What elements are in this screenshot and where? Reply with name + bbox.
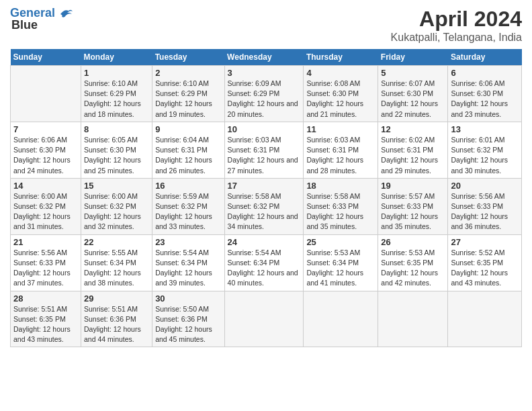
day-number: 26 (381, 237, 445, 247)
day-number: 6 (451, 68, 519, 78)
cell-content: Sunrise: 5:57 AMSunset: 6:33 PMDaylight:… (381, 191, 445, 232)
day-number: 29 (84, 293, 149, 304)
calendar-cell: 2Sunrise: 6:10 AMSunset: 6:29 PMDaylight… (152, 66, 224, 122)
cell-content: Sunrise: 5:50 AMSunset: 6:36 PMDaylight:… (155, 304, 221, 345)
cell-content: Sunrise: 5:56 AMSunset: 6:33 PMDaylight:… (13, 248, 78, 289)
calendar-cell (378, 291, 448, 347)
day-number: 7 (13, 124, 78, 134)
calendar-cell: 29Sunrise: 5:51 AMSunset: 6:36 PMDayligh… (81, 291, 152, 347)
calendar-cell: 14Sunrise: 6:00 AMSunset: 6:32 PMDayligh… (11, 178, 81, 234)
week-row-4: 21Sunrise: 5:56 AMSunset: 6:33 PMDayligh… (11, 234, 522, 291)
day-number: 2 (155, 68, 221, 78)
calendar-cell: 24Sunrise: 5:54 AMSunset: 6:34 PMDayligh… (224, 234, 304, 291)
header-row: SundayMondayTuesdayWednesdayThursdayFrid… (11, 49, 522, 66)
cell-content: Sunrise: 6:05 AMSunset: 6:30 PMDaylight:… (84, 135, 149, 176)
day-number: 11 (306, 124, 375, 134)
week-row-5: 28Sunrise: 5:51 AMSunset: 6:35 PMDayligh… (11, 291, 522, 347)
cell-content: Sunrise: 6:08 AMSunset: 6:30 PMDaylight:… (306, 79, 375, 120)
cell-content: Sunrise: 5:59 AMSunset: 6:32 PMDaylight:… (155, 191, 221, 232)
cell-content: Sunrise: 6:00 AMSunset: 6:32 PMDaylight:… (84, 191, 149, 232)
calendar-cell: 15Sunrise: 6:00 AMSunset: 6:32 PMDayligh… (81, 178, 152, 234)
logo-bird-icon (59, 7, 74, 19)
calendar-cell: 10Sunrise: 6:03 AMSunset: 6:31 PMDayligh… (224, 122, 304, 178)
calendar-cell: 21Sunrise: 5:56 AMSunset: 6:33 PMDayligh… (11, 234, 81, 291)
day-number: 24 (228, 237, 301, 247)
header-cell-sunday: Sunday (11, 49, 81, 66)
calendar-cell: 17Sunrise: 5:58 AMSunset: 6:32 PMDayligh… (224, 178, 304, 234)
page-subtitle: Kukatpalli, Telangana, India (391, 32, 522, 44)
calendar-cell: 5Sunrise: 6:07 AMSunset: 6:30 PMDaylight… (378, 66, 448, 122)
cell-content: Sunrise: 5:54 AMSunset: 6:34 PMDaylight:… (228, 248, 301, 289)
day-number: 10 (228, 124, 301, 134)
calendar-cell: 11Sunrise: 6:03 AMSunset: 6:31 PMDayligh… (304, 122, 378, 178)
cell-content: Sunrise: 5:51 AMSunset: 6:35 PMDaylight:… (13, 304, 78, 345)
calendar-cell: 13Sunrise: 6:01 AMSunset: 6:32 PMDayligh… (448, 122, 522, 178)
calendar-cell: 18Sunrise: 5:58 AMSunset: 6:33 PMDayligh… (304, 178, 378, 234)
calendar-cell: 19Sunrise: 5:57 AMSunset: 6:33 PMDayligh… (378, 178, 448, 234)
day-number: 20 (451, 181, 519, 191)
calendar-cell (224, 291, 304, 347)
week-row-2: 7Sunrise: 6:06 AMSunset: 6:30 PMDaylight… (11, 122, 522, 178)
calendar-cell: 27Sunrise: 5:52 AMSunset: 6:35 PMDayligh… (448, 234, 522, 291)
calendar-cell: 12Sunrise: 6:02 AMSunset: 6:31 PMDayligh… (378, 122, 448, 178)
calendar-cell: 8Sunrise: 6:05 AMSunset: 6:30 PMDaylight… (81, 122, 152, 178)
week-row-1: 1Sunrise: 6:10 AMSunset: 6:29 PMDaylight… (11, 66, 522, 122)
calendar-cell: 1Sunrise: 6:10 AMSunset: 6:29 PMDaylight… (81, 66, 152, 122)
calendar-table: SundayMondayTuesdayWednesdayThursdayFrid… (10, 49, 522, 347)
cell-content: Sunrise: 6:10 AMSunset: 6:29 PMDaylight:… (155, 79, 221, 120)
week-row-3: 14Sunrise: 6:00 AMSunset: 6:32 PMDayligh… (11, 178, 522, 234)
calendar-cell: 30Sunrise: 5:50 AMSunset: 6:36 PMDayligh… (152, 291, 224, 347)
header-cell-friday: Friday (378, 49, 448, 66)
day-number: 4 (306, 68, 375, 78)
day-number: 1 (84, 68, 149, 78)
logo-line2: Blue (11, 18, 74, 32)
cell-content: Sunrise: 6:02 AMSunset: 6:31 PMDaylight:… (381, 135, 445, 176)
day-number: 28 (13, 293, 78, 304)
calendar-cell (11, 66, 81, 122)
day-number: 12 (381, 124, 445, 134)
header-cell-wednesday: Wednesday (224, 49, 304, 66)
cell-content: Sunrise: 5:52 AMSunset: 6:35 PMDaylight:… (451, 248, 519, 289)
day-number: 23 (155, 237, 221, 247)
logo: General Blue (10, 7, 74, 32)
day-number: 21 (13, 237, 78, 247)
day-number: 15 (84, 181, 149, 191)
calendar-cell (448, 291, 522, 347)
day-number: 30 (155, 293, 221, 304)
cell-content: Sunrise: 6:09 AMSunset: 6:29 PMDaylight:… (228, 79, 301, 120)
header-cell-tuesday: Tuesday (152, 49, 224, 66)
cell-content: Sunrise: 6:07 AMSunset: 6:30 PMDaylight:… (381, 79, 445, 120)
cell-content: Sunrise: 5:53 AMSunset: 6:35 PMDaylight:… (381, 248, 445, 289)
calendar-cell: 4Sunrise: 6:08 AMSunset: 6:30 PMDaylight… (304, 66, 378, 122)
cell-content: Sunrise: 6:01 AMSunset: 6:32 PMDaylight:… (451, 135, 519, 176)
cell-content: Sunrise: 5:56 AMSunset: 6:33 PMDaylight:… (451, 191, 519, 232)
calendar-cell: 6Sunrise: 6:06 AMSunset: 6:30 PMDaylight… (448, 66, 522, 122)
day-number: 19 (381, 181, 445, 191)
calendar-cell: 23Sunrise: 5:54 AMSunset: 6:34 PMDayligh… (152, 234, 224, 291)
cell-content: Sunrise: 6:04 AMSunset: 6:31 PMDaylight:… (155, 135, 221, 176)
page-title: April 2024 (391, 7, 522, 32)
calendar-cell: 28Sunrise: 5:51 AMSunset: 6:35 PMDayligh… (11, 291, 81, 347)
cell-content: Sunrise: 6:03 AMSunset: 6:31 PMDaylight:… (228, 135, 301, 176)
cell-content: Sunrise: 6:06 AMSunset: 6:30 PMDaylight:… (451, 79, 519, 120)
calendar-cell: 7Sunrise: 6:06 AMSunset: 6:30 PMDaylight… (11, 122, 81, 178)
day-number: 8 (84, 124, 149, 134)
header-cell-saturday: Saturday (448, 49, 522, 66)
calendar-cell: 16Sunrise: 5:59 AMSunset: 6:32 PMDayligh… (152, 178, 224, 234)
cell-content: Sunrise: 6:03 AMSunset: 6:31 PMDaylight:… (306, 135, 375, 176)
cell-content: Sunrise: 6:00 AMSunset: 6:32 PMDaylight:… (13, 191, 78, 232)
cell-content: Sunrise: 5:58 AMSunset: 6:32 PMDaylight:… (228, 191, 301, 232)
calendar-cell: 20Sunrise: 5:56 AMSunset: 6:33 PMDayligh… (448, 178, 522, 234)
day-number: 9 (155, 124, 221, 134)
calendar-cell: 9Sunrise: 6:04 AMSunset: 6:31 PMDaylight… (152, 122, 224, 178)
day-number: 3 (228, 68, 301, 78)
cell-content: Sunrise: 6:06 AMSunset: 6:30 PMDaylight:… (13, 135, 78, 176)
calendar-cell (304, 291, 378, 347)
cell-content: Sunrise: 5:51 AMSunset: 6:36 PMDaylight:… (84, 304, 149, 345)
calendar-cell: 3Sunrise: 6:09 AMSunset: 6:29 PMDaylight… (224, 66, 304, 122)
cell-content: Sunrise: 5:53 AMSunset: 6:34 PMDaylight:… (306, 248, 375, 289)
cell-content: Sunrise: 6:10 AMSunset: 6:29 PMDaylight:… (84, 79, 149, 120)
calendar-cell: 22Sunrise: 5:55 AMSunset: 6:34 PMDayligh… (81, 234, 152, 291)
day-number: 22 (84, 237, 149, 247)
title-block: April 2024 Kukatpalli, Telangana, India (391, 7, 522, 44)
